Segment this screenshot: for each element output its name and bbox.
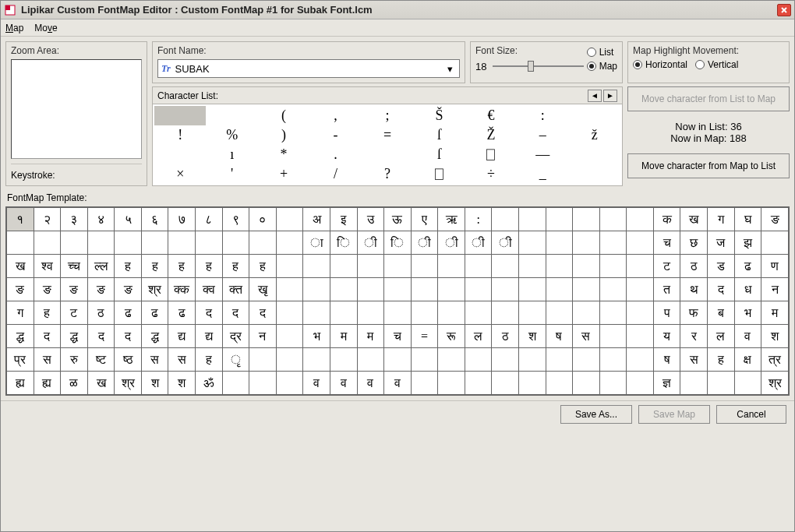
fontmap-cell[interactable]	[276, 231, 303, 255]
fontmap-cell[interactable]: श्व	[34, 255, 61, 278]
fontmap-cell[interactable]	[276, 278, 303, 301]
fontmap-cell[interactable]: ४	[87, 208, 115, 231]
fontmap-cell[interactable]	[276, 301, 303, 325]
fontmap-cell[interactable]	[34, 231, 61, 255]
fontmap-cell[interactable]	[734, 372, 761, 395]
fontmap-cell[interactable]	[546, 301, 573, 325]
fontmap-cell[interactable]	[384, 301, 412, 325]
fontmap-cell[interactable]: ह	[141, 255, 168, 278]
move-to-list-button[interactable]: Move character from Map to List	[627, 153, 790, 178]
fontmap-cell[interactable]	[438, 278, 465, 301]
fontmap-cell[interactable]	[61, 231, 88, 255]
fontmap-cell[interactable]: ह	[196, 255, 223, 278]
fontmap-cell[interactable]	[492, 208, 519, 231]
charlist-cell[interactable]: ı	[206, 145, 257, 164]
fontmap-cell[interactable]	[411, 278, 438, 301]
fontmap-cell[interactable]: :	[465, 208, 492, 231]
fontmap-cell[interactable]	[599, 372, 627, 395]
fontmap-cell[interactable]	[627, 348, 654, 372]
save-map-button[interactable]: Save Map	[638, 405, 710, 424]
charlist-cell[interactable]: -	[309, 125, 361, 145]
fontmap-cell[interactable]	[761, 231, 789, 255]
fontmap-cell[interactable]: ह	[168, 255, 196, 278]
fontmap-cell[interactable]: च	[384, 325, 412, 348]
fontmap-cell[interactable]	[330, 278, 357, 301]
fontmap-cell[interactable]: छ	[680, 231, 708, 255]
menu-move[interactable]: Move	[34, 23, 57, 33]
fontmap-cell[interactable]: द	[196, 301, 223, 325]
fontmap-cell[interactable]: ङ	[761, 208, 789, 231]
fontmap-cell[interactable]	[599, 325, 627, 348]
fontmap-cell[interactable]: ण	[761, 255, 789, 278]
fontmap-cell[interactable]: झ	[734, 231, 761, 255]
fontmap-cell[interactable]	[465, 255, 492, 278]
fontmap-cell[interactable]: व	[384, 372, 412, 395]
fontmap-cell[interactable]: स	[141, 348, 168, 372]
font-size-slider[interactable]	[493, 59, 583, 73]
fontmap-cell[interactable]	[518, 278, 546, 301]
fontmap-cell[interactable]: द	[87, 325, 115, 348]
fontmap-cell[interactable]: ी	[411, 231, 438, 255]
fontmap-cell[interactable]	[599, 278, 627, 301]
fontmap-cell[interactable]: अ	[303, 208, 330, 231]
fontmap-cell[interactable]: च	[653, 231, 680, 255]
fontmap-cell[interactable]: भ	[734, 301, 761, 325]
fontmap-cell[interactable]	[438, 255, 465, 278]
fontmap-cell[interactable]	[465, 348, 492, 372]
charlist-cell[interactable]: %	[206, 125, 257, 145]
fontmap-cell[interactable]	[276, 348, 303, 372]
fontmap-cell[interactable]: ल	[708, 325, 735, 348]
charlist-cell[interactable]: €	[465, 106, 517, 125]
fontmap-cell[interactable]	[115, 231, 142, 255]
cancel-button[interactable]: Cancel	[716, 405, 786, 424]
fontmap-cell[interactable]: ब	[708, 301, 735, 325]
radio-list[interactable]: List	[587, 47, 617, 58]
fontmap-cell[interactable]: =	[411, 325, 438, 348]
fontmap-cell[interactable]: क्व	[196, 278, 223, 301]
fontmap-cell[interactable]	[518, 301, 546, 325]
fontmap-cell[interactable]	[599, 301, 627, 325]
charlist-cell[interactable]: )	[258, 125, 309, 145]
fontmap-cell[interactable]	[627, 372, 654, 395]
fontmap-cell[interactable]	[330, 255, 357, 278]
fontmap-cell[interactable]: ङ	[61, 278, 88, 301]
charlist-cell[interactable]	[569, 164, 620, 184]
fontmap-cell[interactable]	[276, 325, 303, 348]
fontmap-cell[interactable]	[438, 301, 465, 325]
fontmap-cell[interactable]	[249, 348, 277, 372]
charlist-cell[interactable]: .	[309, 145, 361, 164]
fontmap-cell[interactable]: स	[34, 348, 61, 372]
fontmap-cell[interactable]	[303, 255, 330, 278]
fontmap-cell[interactable]	[303, 278, 330, 301]
fontmap-cell[interactable]: द	[34, 325, 61, 348]
fontmap-cell[interactable]	[492, 255, 519, 278]
fontmap-cell[interactable]	[546, 278, 573, 301]
charlist-cell[interactable]	[154, 106, 206, 125]
fontmap-cell[interactable]: ी	[465, 231, 492, 255]
fontmap-cell[interactable]: ङ	[34, 278, 61, 301]
fontmap-cell[interactable]: ह	[249, 255, 277, 278]
fontmap-cell[interactable]: ग	[7, 301, 34, 325]
fontmap-cell[interactable]: श	[141, 372, 168, 395]
fontmap-cell[interactable]: भ	[303, 325, 330, 348]
fontmap-cell[interactable]: ॐ	[196, 372, 223, 395]
fontmap-cell[interactable]	[627, 208, 654, 231]
fontmap-cell[interactable]: ठ	[87, 301, 115, 325]
fontmap-cell[interactable]: द्ध	[61, 325, 88, 348]
radio-map[interactable]: Map	[587, 61, 617, 72]
fontmap-cell[interactable]	[168, 231, 196, 255]
charlist-cell[interactable]: —	[517, 145, 568, 164]
fontmap-cell[interactable]	[599, 255, 627, 278]
fontmap-cell[interactable]: द	[222, 301, 249, 325]
fontmap-cell[interactable]	[708, 372, 735, 395]
fontmap-cell[interactable]: द्र	[222, 325, 249, 348]
fontmap-cell[interactable]	[627, 231, 654, 255]
fontmap-cell[interactable]: स	[168, 348, 196, 372]
fontmap-cell[interactable]: ष्ठ	[115, 348, 142, 372]
fontmap-cell[interactable]: ज्ञ	[653, 372, 680, 395]
fontmap-cell[interactable]: च्च	[61, 255, 88, 278]
fontmap-cell[interactable]	[573, 255, 600, 278]
fontmap-cell[interactable]	[357, 301, 384, 325]
charlist-cell[interactable]: _	[517, 164, 568, 184]
fontmap-cell[interactable]: ी	[492, 231, 519, 255]
